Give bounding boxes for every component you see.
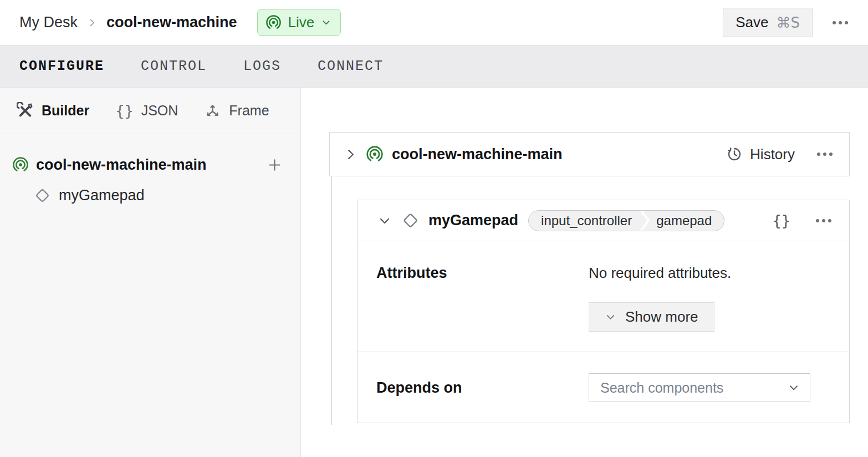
header-actions: Save ⌘S	[723, 8, 851, 37]
save-shortcut-hint: ⌘S	[776, 14, 800, 31]
breadcrumb-machine-name: cool-new-machine	[106, 14, 237, 31]
attributes-label: Attributes	[376, 265, 589, 332]
component-tree: cool-new-machine-main myGamepad	[0, 134, 300, 207]
badge-model-label: gamepad	[650, 211, 724, 231]
depends-on-section: Depends on Search components	[358, 352, 849, 423]
history-icon	[726, 146, 743, 163]
component-type-badge: input_controller gamepad	[528, 210, 724, 231]
live-broadcast-icon	[265, 14, 282, 31]
live-status-label: Live	[288, 14, 315, 31]
ellipsis-icon	[833, 21, 848, 24]
history-button[interactable]: History	[726, 146, 795, 163]
machine-card-overflow-menu-button[interactable]	[814, 149, 836, 159]
mode-json-label: JSON	[141, 103, 178, 119]
machine-card-collapse-toggle[interactable]	[340, 144, 361, 165]
component-diamond-icon	[34, 187, 50, 204]
add-component-button[interactable]	[263, 154, 286, 176]
axes-icon	[204, 102, 221, 119]
config-main-panel: cool-new-machine-main History	[301, 88, 868, 457]
braces-icon: {}	[115, 102, 134, 119]
tree-connector-line	[331, 176, 332, 425]
breadcrumb: My Desk cool-new-machine Live	[19, 9, 341, 36]
mode-builder-button[interactable]: Builder	[17, 102, 89, 119]
depends-search-placeholder: Search components	[600, 380, 723, 396]
nested-card-wrap: myGamepad input_controller gamepad {}	[329, 176, 850, 423]
machine-part-live-icon	[366, 145, 384, 163]
mode-frame-button[interactable]: Frame	[204, 102, 269, 119]
header-overflow-menu-button[interactable]	[829, 18, 851, 28]
mode-json-button[interactable]: {} JSON	[115, 102, 178, 119]
tab-connect[interactable]: CONNECT	[318, 54, 384, 79]
depends-search-select[interactable]: Search components	[589, 373, 810, 402]
tree-mygamepad-label: myGamepad	[59, 187, 145, 204]
tab-logs[interactable]: LOGS	[243, 54, 281, 79]
depends-on-content: Search components	[589, 373, 830, 402]
ellipsis-icon	[816, 219, 831, 222]
tree-machine-part-label: cool-new-machine-main	[36, 156, 263, 174]
chevron-down-icon	[788, 382, 800, 394]
badge-type-label: input_controller	[529, 211, 640, 231]
mode-frame-label: Frame	[229, 103, 269, 119]
braces-icon: {}	[772, 212, 790, 229]
app-root: My Desk cool-new-machine Live Save ⌘S	[0, 0, 868, 457]
chevron-down-icon	[605, 311, 616, 323]
save-button[interactable]: Save ⌘S	[723, 8, 813, 37]
tab-control[interactable]: CONTROL	[141, 54, 207, 79]
live-status-dropdown[interactable]: Live	[257, 9, 341, 36]
view-mode-switcher: Builder {} JSON Frame	[0, 88, 300, 134]
machine-part-card: cool-new-machine-main History	[329, 132, 850, 176]
chevron-down-icon	[321, 17, 331, 28]
attributes-empty-text: No required attributes.	[589, 265, 830, 281]
component-diamond-icon	[402, 212, 419, 229]
component-collapse-toggle[interactable]	[374, 210, 395, 231]
config-sidebar: Builder {} JSON Frame	[0, 88, 301, 457]
component-card-mygamepad: myGamepad input_controller gamepad {}	[357, 200, 850, 423]
tools-icon	[17, 102, 34, 119]
component-overflow-menu-button[interactable]	[813, 216, 835, 226]
badge-divider-chevron-icon	[640, 211, 650, 231]
top-header: My Desk cool-new-machine Live Save ⌘S	[0, 0, 868, 45]
machine-part-live-icon	[12, 156, 29, 173]
tab-configure[interactable]: CONFIGURE	[19, 54, 104, 79]
save-button-label: Save	[736, 14, 768, 31]
component-card-title: myGamepad	[428, 212, 518, 229]
ellipsis-icon	[817, 153, 833, 156]
component-json-button[interactable]: {}	[769, 209, 794, 232]
machine-card-title: cool-new-machine-main	[392, 146, 726, 163]
depends-on-label: Depends on	[376, 373, 589, 402]
breadcrumb-separator-icon	[86, 17, 98, 28]
main-tabbar: CONFIGURE CONTROL LOGS CONNECT	[0, 45, 868, 88]
history-button-label: History	[750, 146, 795, 163]
attributes-content: No required attributes. Show more	[589, 265, 830, 332]
show-more-label: Show more	[625, 308, 698, 326]
show-more-button[interactable]: Show more	[589, 302, 714, 332]
tree-item-mygamepad[interactable]: myGamepad	[0, 183, 300, 207]
content-area: Builder {} JSON Frame	[0, 88, 868, 457]
component-card-header: myGamepad input_controller gamepad {}	[358, 200, 849, 241]
breadcrumb-my-desk[interactable]: My Desk	[19, 14, 78, 31]
tree-item-machine-part[interactable]: cool-new-machine-main	[0, 153, 300, 177]
attributes-section: Attributes No required attributes. Show …	[358, 241, 849, 352]
mode-builder-label: Builder	[42, 103, 89, 119]
